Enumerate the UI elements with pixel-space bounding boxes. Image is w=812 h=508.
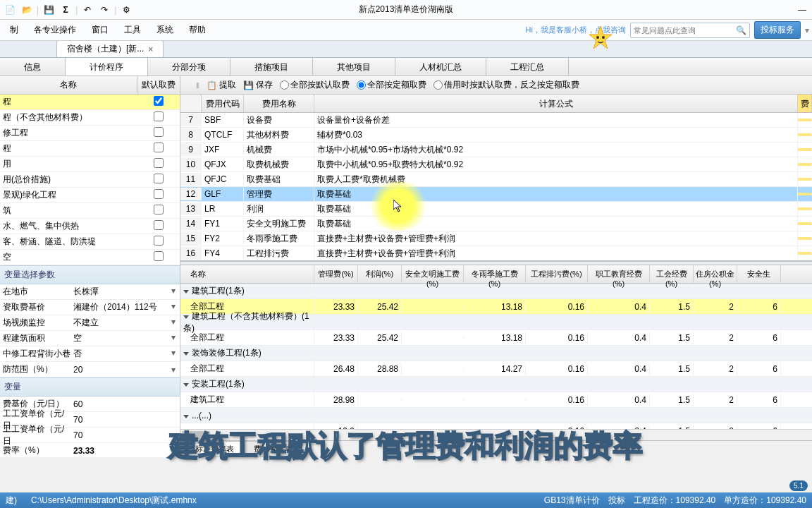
status-item: GB13清单计价 bbox=[544, 495, 600, 507]
status-item: 单方造价：109392.40 bbox=[724, 495, 806, 507]
app-title: 新点2013清单造价湖南版 bbox=[359, 4, 454, 16]
category-row[interactable]: 用 bbox=[0, 157, 180, 172]
subtitle-overlay: 建筑工程默认了管理费和利润的费率 bbox=[169, 426, 643, 466]
bid-service-button[interactable]: 投标服务 bbox=[754, 21, 801, 39]
default-fee-checkbox[interactable] bbox=[154, 220, 164, 230]
fee-row[interactable]: 15FY2冬雨季施工费直接费+主材费+设备费+管理费+利润 bbox=[180, 231, 812, 246]
category-row[interactable]: 筑 bbox=[0, 203, 180, 219]
fee-row[interactable]: 12GLF管理费取费基础 bbox=[180, 187, 812, 202]
main-tab-2[interactable]: 分部分项 bbox=[148, 58, 230, 75]
sigma-icon[interactable]: Σ bbox=[59, 3, 73, 17]
default-fee-checkbox[interactable] bbox=[154, 158, 164, 168]
default-fee-checkbox[interactable] bbox=[154, 174, 164, 183]
category-row[interactable]: 水、燃气、集中供热 bbox=[0, 219, 180, 234]
extract-button[interactable]: 📋 提取 bbox=[207, 79, 236, 91]
category-row[interactable]: 程 bbox=[0, 95, 180, 110]
rate-row[interactable]: 全部工程23.3325.4213.180.160.41.526 bbox=[180, 330, 812, 346]
rate-group-row[interactable]: ...(...) bbox=[180, 408, 812, 423]
menu-帮助[interactable]: 帮助 bbox=[182, 21, 213, 39]
default-fee-checkbox[interactable] bbox=[154, 111, 164, 121]
menu-各专业操作[interactable]: 各专业操作 bbox=[27, 21, 83, 39]
category-row[interactable]: 程（不含其他材料费） bbox=[0, 110, 180, 126]
document-tab[interactable]: 宿舍楼（土建）[新... × bbox=[56, 40, 164, 57]
rate-group-row[interactable]: 安装工程(1条) bbox=[180, 377, 812, 392]
param-row[interactable]: 在地市长株潭 bbox=[0, 284, 180, 300]
category-row[interactable]: 客、桥涵、隧道、防洪堤 bbox=[0, 234, 180, 250]
status-path: C:\Users\Administrator\Desktop\测试.emhnx bbox=[31, 495, 197, 507]
fee-row[interactable]: 13LR利润取费基础 bbox=[180, 202, 812, 217]
param-row[interactable]: 费率（%）23.33 bbox=[0, 443, 180, 459]
menu-制[interactable]: 制 bbox=[3, 21, 25, 39]
minimize-icon[interactable]: — bbox=[795, 3, 809, 17]
search-input[interactable]: 🔍 bbox=[630, 23, 750, 38]
main-tab-4[interactable]: 其他项目 bbox=[313, 58, 395, 75]
search-icon[interactable]: 🔍 bbox=[736, 25, 746, 35]
category-row[interactable]: 景观)绿化工程 bbox=[0, 188, 180, 203]
param-row[interactable]: 资取费基价湘建价（2014）112号 bbox=[0, 300, 180, 315]
default-fee-checkbox[interactable] bbox=[154, 205, 164, 214]
svg-point-0 bbox=[596, 36, 599, 39]
save-icon[interactable]: 💾 bbox=[42, 3, 56, 17]
main-tab-5[interactable]: 人材机汇总 bbox=[395, 58, 486, 75]
gear-icon[interactable]: ⚙ bbox=[119, 3, 133, 17]
rate-group-row[interactable]: 装饰装修工程(1条) bbox=[180, 346, 812, 361]
main-tab-6[interactable]: 工程汇总 bbox=[486, 58, 569, 75]
svg-point-1 bbox=[602, 36, 605, 39]
category-row[interactable]: 空 bbox=[0, 250, 180, 265]
default-fee-checkbox[interactable] bbox=[154, 236, 164, 246]
category-row[interactable]: 修工程 bbox=[0, 126, 180, 141]
fee-row[interactable]: 14FY1安全文明施工费取费基础 bbox=[180, 217, 812, 231]
save-button[interactable]: 💾 保存 bbox=[243, 79, 273, 91]
splitter-handle[interactable]: ⦀ bbox=[196, 80, 199, 90]
main-tab-0[interactable]: 信息 bbox=[0, 58, 66, 75]
menu-系统[interactable]: 系统 bbox=[149, 21, 180, 39]
status-item: 投标 bbox=[608, 495, 625, 507]
menu-工具[interactable]: 工具 bbox=[117, 21, 148, 39]
param-row[interactable]: 程建筑面积空 bbox=[0, 331, 180, 346]
fee-row[interactable]: 7SBF设备费设备量价+设备价差 bbox=[180, 113, 812, 128]
radio-default-fee[interactable]: 全部按默认取费 bbox=[280, 79, 350, 91]
status-item: 工程造价：109392.40 bbox=[634, 495, 716, 507]
rate-row[interactable]: 全部工程26.4828.8814.270.160.41.526 bbox=[180, 361, 812, 377]
param-row[interactable]: 场视频监控不建立 bbox=[0, 315, 180, 331]
fee-row[interactable]: 8QTCLF其他材料费辅材费*0.03 bbox=[180, 128, 812, 143]
param-row[interactable]: 防范围（%）20 bbox=[0, 362, 180, 377]
new-icon[interactable]: 📄 bbox=[3, 3, 17, 17]
open-icon[interactable]: 📂 bbox=[20, 3, 34, 17]
fee-row[interactable]: 16FY4工程排污费直接费+主材费+设备费+管理费+利润 bbox=[180, 246, 812, 261]
lp-header-name: 名称 bbox=[0, 76, 137, 94]
rate-group-row[interactable]: 建筑工程（不含其他材料费）(1条) bbox=[180, 315, 812, 330]
lp-header-default: 默认取费 bbox=[137, 76, 180, 94]
param-section2-header: 变量 bbox=[0, 377, 180, 397]
category-row[interactable]: 程 bbox=[0, 141, 180, 157]
param-row[interactable]: 中修工程背街小巷否 bbox=[0, 346, 180, 362]
radio-quota-fee[interactable]: 全部按定额取费 bbox=[357, 79, 426, 91]
mascot-icon bbox=[586, 25, 615, 53]
fee-row[interactable]: 9JXF机械费市场中小机械*0.95+市场特大机械*0.92 bbox=[180, 143, 812, 157]
default-fee-checkbox[interactable] bbox=[154, 251, 164, 261]
fee-row[interactable]: 10QFJX取费机械费取费中小机械*0.95+取费特大机械*0.92 bbox=[180, 157, 812, 172]
main-tab-1[interactable]: 计价程序 bbox=[66, 58, 148, 75]
param-section-header: 变量选择参数 bbox=[0, 265, 180, 284]
status-left: 建) bbox=[6, 495, 17, 507]
default-fee-checkbox[interactable] bbox=[154, 127, 164, 137]
default-fee-checkbox[interactable] bbox=[154, 189, 164, 199]
menu-窗口[interactable]: 窗口 bbox=[85, 21, 116, 39]
default-fee-checkbox[interactable] bbox=[154, 96, 164, 106]
chevron-down-icon[interactable]: ▾ bbox=[805, 25, 809, 35]
param-row[interactable]: 工工资单价（元/日70 bbox=[0, 428, 180, 443]
category-row[interactable]: 用(总价措施) bbox=[0, 172, 180, 188]
radio-borrow-fee[interactable]: 借用时按默认取费，反之按定额取费 bbox=[433, 79, 579, 91]
close-tab-icon[interactable]: × bbox=[148, 44, 153, 54]
version-badge: 5.1 bbox=[789, 480, 808, 491]
redo-icon[interactable]: ↷ bbox=[97, 3, 111, 17]
rate-row[interactable]: 建筑工程28.980.160.41.526 bbox=[180, 392, 812, 408]
undo-icon[interactable]: ↶ bbox=[80, 3, 94, 17]
fee-row[interactable]: 11QFJC取费基础取费人工费*取费机械费 bbox=[180, 172, 812, 187]
default-fee-checkbox[interactable] bbox=[154, 143, 164, 152]
main-tab-3[interactable]: 措施项目 bbox=[230, 58, 313, 75]
